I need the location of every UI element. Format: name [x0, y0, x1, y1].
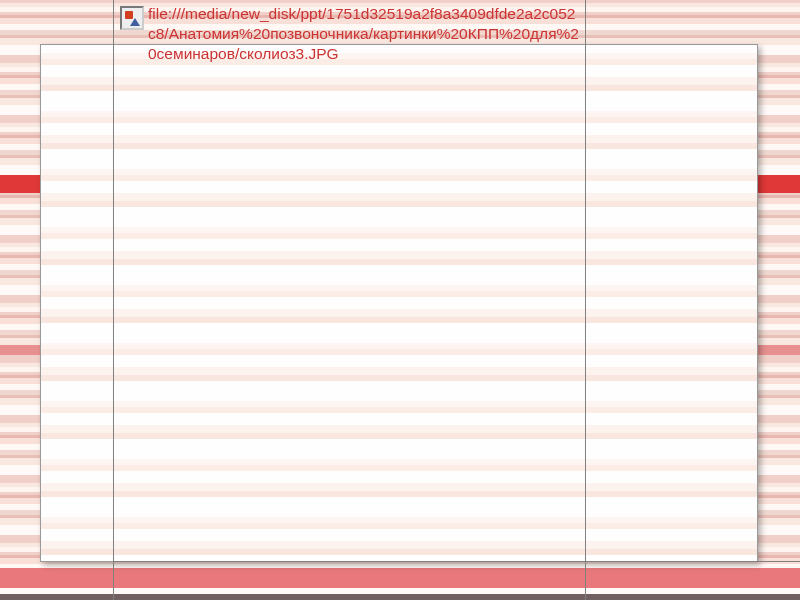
broken-image-cell: file:///media/new_disk/ppt/1751d32519a2f…: [120, 4, 580, 64]
table-column-left: [113, 0, 586, 600]
broken-image-icon: [120, 6, 144, 30]
table-row-divider: [113, 561, 800, 562]
broken-image-link[interactable]: file:///media/new_disk/ppt/1751d32519a2f…: [148, 4, 580, 64]
